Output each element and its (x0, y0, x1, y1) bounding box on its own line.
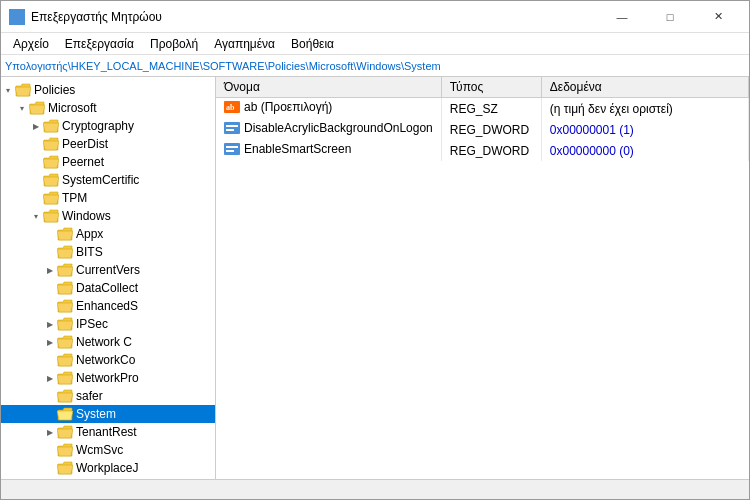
tree-node-datacollect[interactable]: DataCollect (1, 279, 215, 297)
row-0-data: (η τιμή δεν έχει οριστεί) (541, 98, 748, 120)
expand-icon-tenantrest[interactable]: ▶ (43, 423, 57, 441)
tree-label-tenantrest: TenantRest (76, 425, 137, 439)
menubar: Αρχείο Επεξεργασία Προβολή Αγαπημένα Βοή… (1, 33, 749, 55)
tree-node-enhanceds[interactable]: EnhancedS (1, 297, 215, 315)
tree-node-tenantrest[interactable]: ▶ TenantRest (1, 423, 215, 441)
row-1-type: REG_DWORD (441, 119, 541, 140)
tree-node-wcmsvc[interactable]: WcmSvc (1, 441, 215, 459)
menu-edit[interactable]: Επεξεργασία (57, 35, 142, 53)
tree-label-policies: Policies (34, 83, 75, 97)
svg-rect-7 (226, 125, 238, 127)
close-button[interactable]: ✕ (695, 1, 741, 33)
folder-icon-workplacej (57, 461, 73, 475)
expand-icon-systemcertific (29, 171, 43, 189)
menu-file[interactable]: Αρχείο (5, 35, 57, 53)
tree-label-bits: BITS (76, 245, 103, 259)
svg-rect-1 (18, 10, 24, 16)
svg-rect-8 (226, 129, 234, 131)
row-0-type: REG_SZ (441, 98, 541, 120)
folder-icon-systemcertific (43, 173, 59, 187)
expand-icon-cryptography[interactable]: ▶ (29, 117, 43, 135)
folder-icon-safer (57, 389, 73, 403)
ab-icon: ab (224, 100, 240, 114)
tree-node-bits[interactable]: BITS (1, 243, 215, 261)
table-row[interactable]: DisableAcrylicBackgroundOnLogon REG_DWOR… (216, 119, 749, 140)
tree-label-peernet: Peernet (62, 155, 104, 169)
tree-node-cryptography[interactable]: ▶ Cryptography (1, 117, 215, 135)
col-header-name[interactable]: Όνομα (216, 77, 441, 98)
folder-icon-tenantrest (57, 425, 73, 439)
maximize-button[interactable]: □ (647, 1, 693, 33)
tree-node-appx[interactable]: Appx (1, 225, 215, 243)
tree-node-systemcertific[interactable]: SystemCertific (1, 171, 215, 189)
folder-icon-wcmsvc (57, 443, 73, 457)
tree-node-peernet[interactable]: Peernet (1, 153, 215, 171)
tree-label-enhanceds: EnhancedS (76, 299, 138, 313)
expand-icon-workplacej (43, 459, 57, 477)
tree-label-ipsec: IPSec (76, 317, 108, 331)
tree-node-networkco[interactable]: NetworkCo (1, 351, 215, 369)
col-header-type[interactable]: Τύπος (441, 77, 541, 98)
menu-help[interactable]: Βοήθεια (283, 35, 342, 53)
table-row[interactable]: EnableSmartScreen REG_DWORD 0x00000000 (… (216, 140, 749, 161)
menu-view[interactable]: Προβολή (142, 35, 206, 53)
dword-icon-1 (224, 121, 240, 135)
expand-icon-tpm (29, 189, 43, 207)
folder-icon-networkpro (57, 371, 73, 385)
registry-table-container[interactable]: Όνομα Τύπος Δεδομένα (216, 77, 749, 479)
expand-icon-peerdist (29, 135, 43, 153)
tree-label-wcmsvc: WcmSvc (76, 443, 123, 457)
tree-node-currentvers[interactable]: ▶ CurrentVers (1, 261, 215, 279)
tree-label-tpm: TPM (62, 191, 87, 205)
minimize-button[interactable]: — (599, 1, 645, 33)
registry-tree[interactable]: ▾ Policies ▾ (1, 77, 216, 479)
folder-icon-networkc (57, 335, 73, 349)
expand-icon-ipsec[interactable]: ▶ (43, 315, 57, 333)
expand-icon-wcmsvc (43, 441, 57, 459)
tree-node-windows[interactable]: ▾ Windows (1, 207, 215, 225)
folder-icon-datacollect (57, 281, 73, 295)
svg-rect-10 (226, 146, 238, 148)
svg-rect-0 (10, 10, 16, 16)
tree-node-ipsec[interactable]: ▶ IPSec (1, 315, 215, 333)
tree-label-datacollect: DataCollect (76, 281, 138, 295)
tree-label-currentvers: CurrentVers (76, 263, 140, 277)
dword-icon-2 (224, 142, 240, 156)
table-row[interactable]: ab ab (Προεπιλογή) REG_SZ (η τιμή δεν έχ… (216, 98, 749, 120)
folder-icon-bits (57, 245, 73, 259)
tree-node-microsoft[interactable]: ▾ Microsoft (1, 99, 215, 117)
tree-node-networkpro[interactable]: ▶ NetworkPro (1, 369, 215, 387)
tree-node-tpm[interactable]: TPM (1, 189, 215, 207)
expand-icon-peernet (29, 153, 43, 171)
row-2-data: 0x00000000 (0) (541, 140, 748, 161)
folder-icon-peernet (43, 155, 59, 169)
breadcrumb-path: Υπολογιστής\HKEY_LOCAL_MACHINE\SOFTWARE\… (5, 60, 441, 72)
tree-label-cryptography: Cryptography (62, 119, 134, 133)
tree-node-policies[interactable]: ▾ Policies (1, 81, 215, 99)
expand-icon-safer (43, 387, 57, 405)
expand-icon-networkpro[interactable]: ▶ (43, 369, 57, 387)
breadcrumb: Υπολογιστής\HKEY_LOCAL_MACHINE\SOFTWARE\… (1, 55, 749, 77)
expand-icon-networkc[interactable]: ▶ (43, 333, 57, 351)
tree-label-networkc: Network C (76, 335, 132, 349)
row-2-name: EnableSmartScreen (216, 140, 441, 161)
tree-node-peerdist[interactable]: PeerDist (1, 135, 215, 153)
svg-rect-6 (224, 122, 240, 134)
tree-node-networkc[interactable]: ▶ Network C (1, 333, 215, 351)
tree-node-workplacej[interactable]: WorkplaceJ (1, 459, 215, 477)
expand-icon-microsoft[interactable]: ▾ (15, 99, 29, 117)
col-header-data[interactable]: Δεδομένα (541, 77, 748, 98)
expand-icon-policies[interactable]: ▾ (1, 81, 15, 99)
tree-label-safer: safer (76, 389, 103, 403)
expand-icon-currentvers[interactable]: ▶ (43, 261, 57, 279)
expand-icon-windows[interactable]: ▾ (29, 207, 43, 225)
folder-icon-windows (43, 209, 59, 223)
tree-node-safer[interactable]: safer (1, 387, 215, 405)
expand-icon-bits (43, 243, 57, 261)
menu-favorites[interactable]: Αγαπημένα (206, 35, 283, 53)
tree-node-system[interactable]: System (1, 405, 215, 423)
tree-label-networkco: NetworkCo (76, 353, 135, 367)
svg-text:ab: ab (226, 103, 235, 112)
folder-icon-cryptography (43, 119, 59, 133)
folder-icon-tpm (43, 191, 59, 205)
